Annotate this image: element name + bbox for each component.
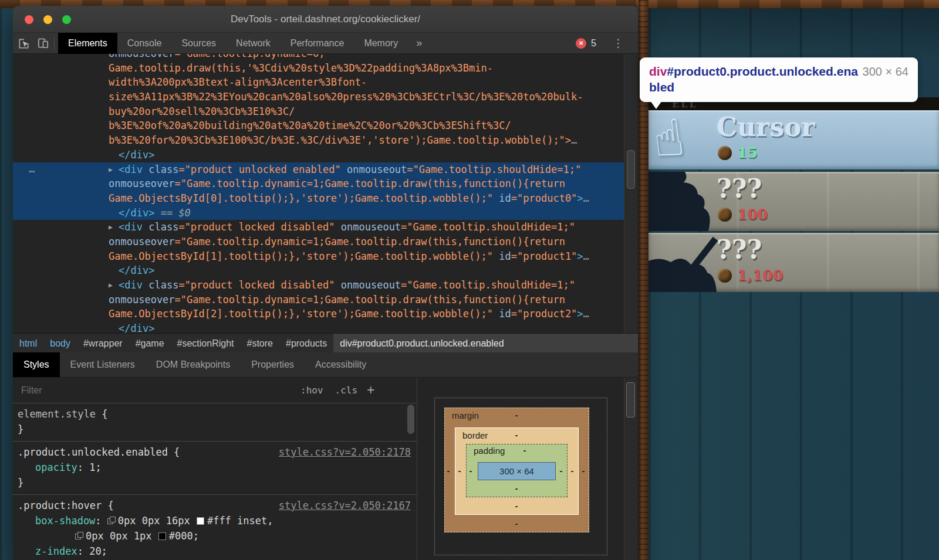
margin-right-value[interactable]: -	[579, 466, 587, 476]
tab-memory[interactable]: Memory	[354, 33, 408, 54]
css-property[interactable]: box-shadow: 0px 0px 16px #fff inset,	[18, 513, 412, 528]
window-title: DevTools - orteil.dashnet.org/cookieclic…	[13, 6, 638, 33]
border-label: border	[462, 430, 488, 440]
breadcrumb-item-selected[interactable]: div#product0.product.unlocked.enabled	[333, 334, 638, 353]
inspect-element-icon[interactable]	[13, 33, 33, 54]
css-selector[interactable]: .product:hover	[18, 500, 102, 511]
stylesheet-link[interactable]: style.css?v=2.050:2178	[279, 444, 411, 460]
breadcrumb-item-game[interactable]: #game	[129, 334, 171, 353]
tab-dom-breakpoints[interactable]: DOM Breakpoints	[146, 352, 241, 377]
dom-tree-line[interactable]: onmouseover="Game.tooltip.dynamic=1;Game…	[13, 235, 624, 249]
color-swatch[interactable]	[158, 532, 166, 540]
border-top-value[interactable]: -	[512, 430, 521, 440]
dom-tree-line[interactable]: </div>	[13, 148, 624, 162]
css-property[interactable]: opacity: 1;	[18, 460, 412, 475]
devtools-toolbar: Elements Console Sources Network Perform…	[13, 33, 638, 54]
cursor-hand-icon: ☝	[650, 110, 687, 169]
styles-filter-input[interactable]	[13, 379, 295, 402]
dom-tree-node[interactable]: onmouseover="Game.tooltip.dynamic=0;Game…	[13, 54, 624, 162]
dom-tree-line[interactable]: ▶<div class="product unlocked enabled" o…	[13, 162, 624, 177]
device-toolbar-icon[interactable]	[33, 33, 53, 54]
tab-properties[interactable]: Properties	[241, 352, 305, 377]
price-value: 1,100	[737, 267, 783, 284]
tab-event-listeners[interactable]: Event Listeners	[60, 352, 146, 377]
toggle-class-button[interactable]: .cls	[329, 385, 364, 396]
product-row-cursor[interactable]: ☝ Cursor 15	[648, 110, 939, 169]
dom-tree-line[interactable]: ▶<div class="product locked disabled" on…	[13, 220, 624, 235]
sidebar-tab-bar: Styles Event Listeners DOM Breakpoints P…	[13, 352, 638, 378]
breadcrumb-item-store[interactable]: #store	[241, 334, 279, 353]
cookie-icon	[718, 146, 732, 160]
dom-tree-line[interactable]: b%3E%20of%20a%20building%20at%20a%20time…	[13, 118, 624, 133]
new-style-rule-button[interactable]: +	[363, 382, 381, 398]
dom-tree-line[interactable]: ▶<div class="product locked disabled" on…	[13, 278, 624, 293]
window-titlebar[interactable]: DevTools - orteil.dashnet.org/cookieclic…	[13, 6, 638, 33]
border-right-value[interactable]: -	[568, 466, 576, 476]
node-options-dots[interactable]: …	[29, 162, 35, 177]
tab-network[interactable]: Network	[226, 33, 281, 54]
tab-performance[interactable]: Performance	[281, 33, 354, 54]
margin-left-value[interactable]: -	[444, 466, 452, 476]
tooltip-tag-name: div	[649, 65, 667, 78]
border-left-value[interactable]: -	[455, 466, 464, 476]
margin-top-value[interactable]: -	[512, 410, 521, 420]
dom-tree-line[interactable]: onmouseover="Game.tooltip.dynamic=1;Game…	[13, 293, 624, 307]
scrollbar-thumb[interactable]	[626, 382, 635, 418]
padding-right-value[interactable]: -	[557, 466, 565, 476]
padding-bottom-value[interactable]: -	[512, 483, 521, 493]
dom-tree-line[interactable]: b%3E%20for%20%3Cb%3E100%3C/b%3E.%3C/div%…	[13, 133, 624, 148]
breadcrumb-item-sectionright[interactable]: #sectionRight	[171, 334, 241, 353]
css-property[interactable]: 0px 0px 1px #000;	[18, 528, 412, 544]
padding-left-value[interactable]: -	[467, 466, 475, 476]
border-bottom-value[interactable]: -	[512, 501, 521, 511]
dom-tree-line[interactable]: </div>	[13, 321, 624, 333]
dom-tree-node[interactable]: ▶<div class="product locked disabled" on…	[13, 220, 624, 278]
tab-elements[interactable]: Elements	[58, 33, 117, 54]
tab-accessibility[interactable]: Accessibility	[305, 352, 377, 377]
padding-top-value[interactable]: -	[521, 445, 529, 455]
dom-tree-scrollbar[interactable]	[624, 54, 637, 333]
breadcrumb-item-products[interactable]: #products	[279, 334, 333, 353]
error-badge-icon[interactable]: ✕	[576, 38, 586, 49]
margin-label: margin	[452, 410, 479, 420]
dom-tree-line[interactable]: Game.ObjectsById[1].tooltip();},'store')…	[13, 249, 624, 264]
rule-closing-brace: }	[18, 422, 412, 437]
box-shadow-icon	[107, 517, 116, 524]
breadcrumb-item-html[interactable]: html	[13, 334, 43, 353]
product-row-locked-2[interactable]: ??? 1,100	[648, 233, 939, 292]
dom-tree-line[interactable]: </div> == $0	[13, 206, 624, 220]
tab-console[interactable]: Console	[117, 33, 172, 54]
stylesheet-link[interactable]: style.css?v=2.050:2167	[279, 498, 411, 513]
css-selector[interactable]: .product.unlocked.enabled	[18, 446, 168, 458]
error-count[interactable]: 5	[591, 38, 596, 49]
dom-tree-line[interactable]: onmouseover="Game.tooltip.dynamic=0;	[13, 54, 624, 61]
styles-scrollbar-thumb[interactable]	[407, 405, 414, 434]
dom-tree-line[interactable]: onmouseover="Game.tooltip.dynamic=1;Game…	[13, 177, 624, 191]
dom-tree-line[interactable]: Game.ObjectsById[0].tooltip();},'store')…	[13, 191, 624, 206]
css-selector[interactable]: element.style	[18, 408, 96, 420]
margin-bottom-value[interactable]: -	[512, 518, 521, 528]
breadcrumb-item-body[interactable]: body	[43, 334, 77, 353]
toggle-hover-state-button[interactable]: :hov	[295, 385, 329, 396]
dom-tree-line[interactable]: buy%20or%20sell%20%3Cb%3E10%3C/	[13, 104, 624, 119]
color-swatch[interactable]	[197, 517, 204, 525]
more-tabs-chevron-icon[interactable]: »	[408, 37, 430, 49]
breadcrumb-item-wrapper[interactable]: #wrapper	[77, 334, 129, 353]
kebab-menu-icon[interactable]: ⋮	[601, 36, 632, 50]
dom-tree-line[interactable]: width%3A200px%3Btext-align%3Acenter%3Bfo…	[13, 75, 624, 90]
tab-sources[interactable]: Sources	[171, 33, 226, 54]
css-property[interactable]: z-index: 20;	[18, 544, 412, 559]
box-shadow-icon	[75, 532, 84, 539]
dom-tree-line[interactable]: Game.ObjectsById[2].tooltip();},'store')…	[13, 307, 624, 321]
css-rule: element.style {}	[13, 403, 417, 442]
dom-tree-line[interactable]: </div>	[13, 263, 624, 278]
dom-tree-line[interactable]: size%3A11px%3B%22%3EYou%20can%20also%20p…	[13, 90, 624, 104]
dom-tree-node[interactable]: …▶<div class="product unlocked enabled" …	[13, 162, 624, 220]
dom-tree-node[interactable]: ▶<div class="product locked disabled" on…	[13, 278, 624, 333]
scrollbar-thumb[interactable]	[627, 150, 635, 189]
price-value: 15	[737, 144, 758, 161]
tab-styles[interactable]: Styles	[13, 352, 60, 377]
box-model-content[interactable]: 300 × 64	[478, 462, 556, 480]
product-row-locked-1[interactable]: ??? 100	[648, 172, 939, 231]
dom-tree-line[interactable]: Game.tooltip.draw(this,'%3Cdiv%20style%3…	[13, 61, 624, 76]
